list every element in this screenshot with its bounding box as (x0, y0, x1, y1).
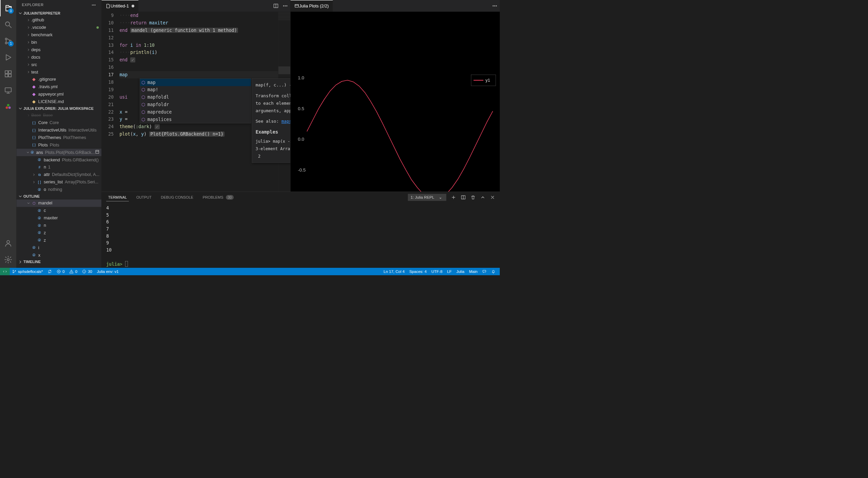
status-language[interactable]: Julia (454, 269, 467, 274)
activity-settings-icon[interactable] (0, 252, 16, 268)
outline-item[interactable]: ⦿x (16, 252, 101, 259)
workspace-item[interactable]: { }PlotsPlots (16, 141, 101, 149)
panel-tab-terminal[interactable]: TERMINAL (106, 194, 129, 201)
status-eol[interactable]: LF (445, 269, 454, 274)
outline-header[interactable]: OUTLINE (16, 193, 101, 199)
outline-item[interactable]: ⦿z (16, 229, 101, 237)
activity-scm-icon[interactable]: 1 (0, 33, 16, 49)
activity-search-icon[interactable] (0, 16, 16, 33)
file-tree-item[interactable]: deps (16, 46, 101, 54)
status-errors[interactable]: 0 (54, 269, 67, 274)
workspace-item[interactable]: { }InteractiveUtilsInteractiveUtils (16, 126, 101, 134)
terminal-selector[interactable]: 1: Julia REPL ⌄ (408, 194, 446, 201)
more-icon[interactable] (91, 3, 96, 7)
file-tree-item[interactable]: test (16, 68, 101, 76)
workspace-tree: { }CoreCore{ }InteractiveUtilsInteractiv… (16, 119, 101, 193)
file-tree-item[interactable]: .vscode (16, 24, 101, 31)
panel-tab-problems[interactable]: PROBLEMS 30 (201, 194, 236, 201)
svg-rect-22 (295, 4, 298, 7)
autocomplete-item[interactable]: ⬡map (140, 79, 251, 86)
autocomplete-item[interactable]: ⬡map! (140, 86, 251, 94)
autocomplete-item[interactable]: ⬡mapfoldr (140, 101, 251, 108)
file-tree-item[interactable]: benchmark (16, 31, 101, 39)
status-info[interactable]: 30 (80, 269, 95, 274)
more-icon[interactable] (492, 3, 497, 8)
chevron-down-icon (18, 106, 23, 111)
code-content[interactable]: ····end····return maxiterend mandel (gen… (119, 12, 278, 192)
close-panel-icon[interactable] (490, 195, 495, 200)
outline-item[interactable]: ⬡mandel (16, 199, 101, 207)
activity-bar: 0 1 (0, 0, 16, 268)
outline-item[interactable]: ⦿c (16, 207, 101, 214)
autocomplete-popup[interactable]: ⬡map⬡map!⬡mapfoldl⬡mapfoldr⬡mapreduce⬡ma… (140, 78, 251, 123)
panel-tab-output[interactable]: OUTPUT (134, 194, 153, 201)
autocomplete-item[interactable]: ⬡mapslices (140, 116, 251, 123)
split-terminal-icon[interactable] (461, 195, 466, 200)
outline-item[interactable]: ⦿maxiter (16, 214, 101, 222)
activity-julia-icon[interactable] (0, 98, 16, 115)
activity-remote-icon[interactable] (0, 82, 16, 98)
workspace-item[interactable]: ⦿backendPlots.GRBackend() (16, 156, 101, 164)
file-tree-item[interactable]: ◆.travis.yml (16, 83, 101, 91)
tab-julia-plots[interactable]: Julia Plots (2/2) (291, 0, 333, 12)
chevron-down-icon (18, 11, 23, 16)
svg-point-24 (494, 5, 495, 6)
panel-tab-debug-console[interactable]: DEBUG CONSOLE (159, 194, 195, 201)
status-indent[interactable]: Spaces: 4 (407, 269, 429, 274)
status-julia-env[interactable]: Julia env: v1 (95, 269, 121, 274)
status-cursor-pos[interactable]: Ln 17, Col 4 (381, 269, 407, 274)
activity-debug-icon[interactable] (0, 49, 16, 65)
workspace-item[interactable]: { }CoreCore (16, 119, 101, 126)
docs-example-code: julia> map(x -> x * 2, [1, 2, 3]) 3-elem… (256, 138, 290, 160)
status-sync[interactable] (45, 270, 54, 274)
docs-see-also: See also: mapslices (256, 118, 290, 125)
more-icon[interactable] (282, 3, 288, 8)
svg-rect-6 (5, 74, 8, 77)
activity-account-icon[interactable] (0, 235, 16, 251)
outline-item[interactable]: ⦿i (16, 244, 101, 252)
workspace-item[interactable]: [ ]series_listArray{Plots.Seri... (16, 178, 101, 186)
code-editor[interactable]: 910111213141516171819202122232425 ····en… (101, 12, 290, 192)
terminal-body[interactable]: 45678910julia> (101, 203, 500, 268)
file-tree-item[interactable]: src (16, 61, 101, 68)
activity-explorer-icon[interactable]: 0 (0, 0, 16, 16)
outline-item[interactable]: ⦿z (16, 237, 101, 244)
file-tree-item[interactable]: ◆.gitignore (16, 76, 101, 83)
workspace-item[interactable]: ⦿onothing (16, 186, 101, 193)
status-warnings[interactable]: 0 (67, 269, 79, 274)
file-icon (105, 3, 111, 8)
activity-extensions-icon[interactable] (0, 65, 16, 82)
split-editor-icon[interactable] (273, 3, 279, 8)
status-bell-icon[interactable] (489, 269, 498, 274)
bottom-panel-full: TERMINAL OUTPUT DEBUG CONSOLE PROBLEMS 3… (101, 192, 500, 268)
tab-untitled[interactable]: Untitled-1 (101, 0, 138, 12)
new-terminal-icon[interactable] (451, 195, 456, 200)
workspace-item[interactable]: #n1 (16, 164, 101, 171)
outline-item[interactable]: ⦿n (16, 222, 101, 229)
status-remote[interactable] (0, 268, 10, 275)
workspace-header[interactable]: JULIA EXPLORER: JULIA WORKSPACE (16, 105, 101, 112)
file-tree-item[interactable]: bin (16, 39, 101, 46)
status-feedback-icon[interactable] (480, 269, 489, 274)
workspace-item[interactable]: ⦿ansPlots.Plot{Plots.GRBack... (16, 149, 101, 156)
workspace-item-hidden[interactable]: Base Base (16, 112, 101, 119)
documentation-popup: ✕ map(f, c...) -> collection Transform c… (252, 78, 290, 163)
svg-point-0 (5, 22, 9, 26)
svg-point-10 (8, 106, 11, 109)
kill-terminal-icon[interactable] (471, 195, 476, 200)
file-tree-item[interactable]: docs (16, 54, 101, 61)
status-branch[interactable]: sp/isdeflocals* (10, 269, 45, 274)
autocomplete-item[interactable]: ⬡mapreduce (140, 108, 251, 116)
status-encoding[interactable]: UTF-8 (429, 269, 445, 274)
autocomplete-item[interactable]: ⬡mapfoldl (140, 94, 251, 101)
workspace-item[interactable]: { }PlotThemesPlotThemes (16, 134, 101, 141)
folder-header[interactable]: JULIAINTERPRETER (16, 10, 101, 16)
status-julia-main[interactable]: Main (467, 269, 480, 274)
workspace-item[interactable]: ⧉attrDefaultsDict{Symbol, A... (16, 171, 101, 178)
maximize-panel-icon[interactable] (480, 195, 485, 200)
file-tree-item[interactable]: ◆LICENSE.md (16, 98, 101, 105)
file-tree-item[interactable]: .github (16, 16, 101, 24)
file-tree-item[interactable]: ◆appveyor.yml (16, 91, 101, 98)
svg-rect-26 (291, 69, 500, 211)
timeline-header[interactable]: TIMELINE (16, 259, 101, 265)
